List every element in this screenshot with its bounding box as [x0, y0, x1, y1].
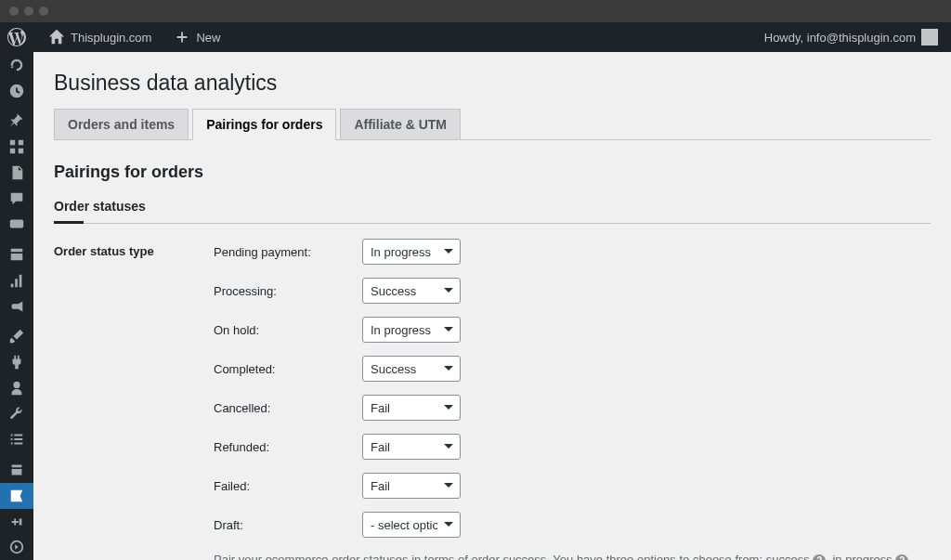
processing-select[interactable] — [362, 278, 461, 304]
on-hold-label: On hold: — [214, 323, 362, 337]
draft-select[interactable] — [362, 512, 461, 538]
page-title: Business data analytics — [54, 71, 931, 96]
megaphone-icon — [8, 298, 25, 315]
menu-generic-2[interactable] — [0, 509, 33, 535]
traffic-light-zoom[interactable] — [39, 7, 48, 16]
menu-users[interactable] — [0, 375, 33, 401]
failed-select[interactable] — [362, 473, 461, 499]
tab-pairings-orders[interactable]: Pairings for orders — [192, 109, 336, 140]
tab-affiliate-utm[interactable]: Affiliate & UTM — [340, 109, 461, 139]
brush-icon — [8, 328, 25, 345]
menu-woocommerce[interactable] — [0, 212, 33, 238]
refunded-select[interactable] — [362, 434, 461, 460]
menu-updates[interactable] — [0, 78, 33, 104]
menu-products[interactable] — [0, 241, 33, 267]
plus-icon — [174, 29, 190, 46]
menu-pages[interactable] — [0, 160, 33, 186]
wrench-icon — [8, 406, 25, 423]
section-heading: Pairings for orders — [54, 163, 931, 182]
avatar — [921, 29, 938, 46]
collapse-icon — [8, 539, 25, 555]
pending-payment-select[interactable] — [362, 239, 461, 265]
user-icon — [8, 380, 25, 397]
menu-plugins[interactable] — [0, 349, 33, 375]
tab-orders-items[interactable]: Orders and items — [54, 109, 189, 139]
order-statuses-title: Order statuses — [54, 199, 931, 224]
menu-settings[interactable] — [0, 426, 33, 452]
completed-select[interactable] — [362, 356, 461, 382]
traffic-light-minimize[interactable] — [24, 7, 33, 16]
products-icon — [8, 246, 25, 263]
menu-comments[interactable] — [0, 186, 33, 212]
menu-dashboard[interactable] — [0, 52, 33, 78]
generic-icon-2 — [8, 514, 25, 530]
plug-icon — [8, 354, 25, 371]
window-titlebar — [0, 0, 951, 22]
new-content-link[interactable]: New — [166, 22, 228, 52]
new-label: New — [196, 31, 220, 45]
description-text: Pair your ecommerce order statuses in te… — [214, 551, 931, 560]
wp-logo[interactable] — [0, 22, 33, 52]
woo-icon — [8, 215, 25, 232]
thisplugin-icon — [8, 488, 25, 504]
order-status-type-label: Order status type — [54, 239, 214, 258]
help-icon[interactable]: ? — [895, 554, 908, 560]
media-icon — [8, 138, 25, 155]
menu-posts[interactable] — [0, 108, 33, 134]
site-name-link[interactable]: Thisplugin.com — [41, 22, 159, 52]
account-link[interactable]: Howdy, info@thisplugin.com — [761, 22, 942, 52]
nav-tabs: Orders and items Pairings for orders Aff… — [54, 109, 931, 140]
comments-icon — [8, 190, 25, 207]
site-name-label: Thisplugin.com — [71, 31, 151, 45]
menu-thisplugin[interactable] — [0, 483, 33, 509]
draft-label: Draft: — [214, 518, 362, 532]
on-hold-select[interactable] — [362, 317, 461, 343]
howdy-text: Howdy, info@thisplugin.com — [764, 31, 916, 45]
home-icon — [48, 29, 65, 46]
menu-collapse[interactable] — [0, 534, 33, 560]
completed-label: Completed: — [214, 362, 362, 376]
generic-icon — [8, 462, 25, 478]
admin-sidebar — [0, 52, 33, 560]
processing-label: Processing: — [214, 284, 362, 298]
update-icon — [8, 83, 25, 99]
cancelled-label: Cancelled: — [214, 401, 362, 415]
pending-payment-label: Pending payment: — [214, 245, 362, 259]
menu-tools[interactable] — [0, 401, 33, 427]
failed-label: Failed: — [214, 479, 362, 493]
admin-bar: Thisplugin.com New Howdy, info@thisplugi… — [0, 22, 951, 52]
refunded-label: Refunded: — [214, 440, 362, 454]
analytics-icon — [8, 272, 25, 289]
traffic-light-close[interactable] — [9, 7, 19, 16]
menu-media[interactable] — [0, 134, 33, 160]
menu-generic-1[interactable] — [0, 457, 33, 483]
menu-analytics[interactable] — [0, 267, 33, 293]
main-content: Business data analytics Orders and items… — [33, 52, 951, 560]
svg-rect-0 — [10, 220, 23, 228]
pages-icon — [8, 164, 25, 181]
dashboard-icon — [8, 57, 25, 73]
help-icon[interactable]: ? — [813, 554, 826, 560]
menu-marketing[interactable] — [0, 293, 33, 319]
cancelled-select[interactable] — [362, 395, 461, 421]
pin-icon — [8, 112, 25, 129]
settings-icon — [8, 431, 25, 448]
menu-appearance[interactable] — [0, 323, 33, 349]
